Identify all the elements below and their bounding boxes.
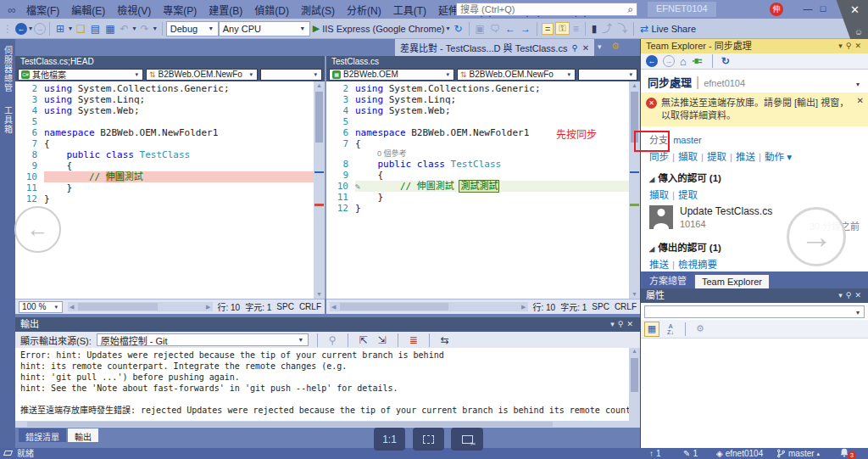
tab-output-panel-1[interactable]: 輸出 — [68, 428, 98, 442]
pin-icon[interactable]: ⚲ — [846, 42, 855, 50]
maximize-button[interactable]: □ — [815, 0, 831, 17]
pin-icon[interactable]: ⚲ — [618, 320, 627, 328]
right-editor-scrollbar[interactable]: ▲ ▼ — [629, 81, 640, 299]
clear-all-icon[interactable]: ≣ — [409, 333, 418, 348]
codelens-references[interactable]: 0 個參考 — [355, 149, 629, 159]
pin-icon[interactable]: ⚲ — [846, 291, 855, 299]
menu-item-1[interactable]: 編輯(E) — [65, 1, 111, 19]
open-file-icon[interactable]: ❑ — [76, 21, 86, 36]
codelens-row[interactable]: 0 個參考 — [326, 149, 629, 159]
right-member-dropdown[interactable]: ▾ — [578, 69, 637, 81]
actions-caret-icon[interactable]: ▾ — [784, 152, 792, 162]
link-同步[interactable]: 同步 — [649, 152, 669, 162]
link-擷取[interactable]: 擷取 — [649, 190, 669, 200]
outgoing-commits-indicator[interactable]: ↑1 — [649, 448, 661, 459]
incoming-section-header[interactable]: ◢傳入的認可 (1) — [641, 163, 868, 184]
dismiss-notice-icon[interactable]: ✕ — [857, 96, 864, 105]
code-line[interactable]: 9 { — [326, 170, 629, 181]
branch-indicator[interactable]: master▴ — [776, 448, 820, 459]
close-icon[interactable]: ✕ — [850, 3, 860, 16]
new-project-icon[interactable]: ⊞ — [56, 21, 64, 36]
left-member-dropdown[interactable]: ▾ — [260, 69, 322, 81]
refresh-icon[interactable]: ↻ — [453, 21, 462, 36]
code-line[interactable]: 3using System.Linq; — [15, 94, 314, 105]
code-line[interactable]: 6namespace B2BWeb.OEM.NewFolder1 — [15, 127, 314, 138]
link-提取[interactable]: 提取 — [707, 152, 726, 162]
categorized-icon[interactable]: ▦ — [644, 322, 659, 337]
feedback-icon[interactable]: ☺ — [854, 27, 863, 36]
sync-scroll-lock-icon[interactable]: ⚿ — [555, 22, 569, 35]
menu-item-5[interactable]: 偵錯(D) — [248, 1, 295, 19]
tab-right-panel-1[interactable]: Team Explorer — [695, 275, 769, 288]
menu-item-0[interactable]: 檔案(F) — [20, 1, 65, 19]
link-檢視摘要[interactable]: 檢視摘要 — [678, 260, 717, 270]
properties-object-dropdown[interactable]: ▾ — [644, 305, 865, 318]
link-推送[interactable]: 推送 — [649, 260, 669, 270]
right-editor-hscrollbar[interactable]: ◀▶ — [330, 302, 528, 311]
viewer-snip-button[interactable] — [451, 428, 483, 451]
right-code-editor[interactable]: 2using System.Collections.Generic;3using… — [326, 81, 629, 299]
properties-titlebar[interactable]: 屬性 ▾⚲✕ — [641, 288, 868, 303]
toggle-word-wrap-icon[interactable]: ⇆ — [441, 333, 449, 348]
close-icon[interactable]: ✕ — [854, 42, 865, 50]
menu-item-3[interactable]: 專案(P) — [157, 1, 203, 19]
outgoing-commit-item[interactable]: 測試本地端commit 現在 — [641, 271, 868, 271]
left-editor-hscrollbar[interactable]: ◀▶ — [68, 302, 213, 311]
minimize-button[interactable]: — — [800, 0, 815, 17]
pin-icon[interactable]: ⚲ — [571, 43, 577, 53]
home-icon[interactable]: ⌂ — [680, 55, 687, 68]
back-icon[interactable]: ← — [646, 55, 658, 67]
viewer-actual-size-button[interactable]: 1:1 — [374, 428, 405, 451]
zoom-dropdown[interactable]: 100 %▾ — [19, 301, 63, 313]
next-message-icon[interactable]: ⇲ — [378, 333, 387, 348]
code-line[interactable]: 8 public class TestClass — [326, 159, 629, 170]
menu-item-4[interactable]: 建置(B) — [203, 1, 248, 19]
next-change-icon[interactable]: → — [520, 21, 531, 36]
code-line[interactable]: 8 public class TestClass — [15, 149, 314, 160]
diff-settings-gear-icon[interactable]: ⚙ — [611, 41, 620, 52]
code-line[interactable]: 10 // 伸圖測試 — [15, 171, 314, 182]
page-dropdown-icon[interactable]: ▾ — [856, 81, 860, 88]
navigate-forward-icon[interactable]: → — [34, 23, 46, 35]
menu-item-6[interactable]: 測試(S) — [295, 1, 341, 19]
output-source-dropdown[interactable]: 原始檔控制 - Git▾ — [97, 333, 309, 346]
notifications-count-badge[interactable]: 3 — [848, 451, 856, 459]
code-line[interactable]: 10✎ // 伸圖測試 測試測試 — [326, 181, 629, 192]
output-hscrollbar[interactable] — [15, 421, 640, 428]
output-log[interactable]: Error: hint: Updates were rejected becau… — [15, 348, 629, 421]
close-icon[interactable]: ✕ — [626, 320, 637, 328]
pending-edits-indicator[interactable]: ✎1 — [683, 448, 698, 459]
window-menu-icon[interactable]: ▾ — [610, 320, 618, 328]
attach-process-icon[interactable]: ▣ — [476, 21, 485, 36]
undo-dropdown[interactable]: ▾ — [133, 25, 136, 32]
team-explorer-titlebar[interactable]: Team Explorer - 同步處理 ▾⚲✕ — [641, 39, 868, 53]
left-project-dropdown[interactable]: ⇅B2BWeb.OEM.NewFo▾ — [146, 69, 258, 81]
save-icon[interactable]: ▤ — [91, 21, 100, 36]
forward-icon[interactable]: → — [663, 55, 675, 67]
run-target-button[interactable]: IIS Express (Google Chrome) — [322, 24, 444, 34]
quick-search-box[interactable]: ⌕ — [456, 3, 637, 16]
window-menu-icon[interactable]: ▾ — [838, 291, 846, 299]
refresh-icon[interactable]: ↻ — [721, 55, 730, 67]
right-project-dropdown[interactable]: ▦B2BWeb.OEM▾ — [329, 69, 454, 81]
code-line[interactable]: 4using System.Web; — [326, 105, 629, 116]
menu-item-7[interactable]: 分析(N) — [341, 1, 387, 19]
alphabetical-sort-icon[interactable]: AZ↓ — [663, 322, 678, 337]
prev-image-arrow[interactable]: ← — [14, 206, 61, 253]
right-namespace-dropdown[interactable]: ⇅B2BWeb.OEM.NewFo▾ — [457, 69, 576, 81]
prev-message-icon[interactable]: ⇱ — [359, 333, 368, 348]
output-vscrollbar[interactable]: ▲ — [629, 348, 640, 421]
link-推送[interactable]: 推送 — [736, 152, 755, 162]
back-dropdown[interactable]: ▾ — [29, 25, 32, 32]
side-tab-0[interactable]: 伺服器總管 — [2, 39, 14, 99]
link-提取[interactable]: 提取 — [678, 190, 698, 200]
collapse-icon[interactable]: ◢ — [649, 245, 654, 253]
connect-plug-icon[interactable] — [692, 55, 704, 67]
viewer-fit-button[interactable] — [413, 428, 444, 451]
tab-right-panel-0[interactable]: 方案總管 — [643, 271, 693, 288]
code-line[interactable]: 7{ — [15, 138, 314, 149]
run-dropdown[interactable]: ▾ — [446, 25, 449, 32]
repo-indicator[interactable]: ◈efnet0104 — [716, 448, 763, 459]
code-line[interactable]: 5 — [15, 116, 314, 127]
side-tab-1[interactable]: 工具箱 — [2, 99, 14, 141]
